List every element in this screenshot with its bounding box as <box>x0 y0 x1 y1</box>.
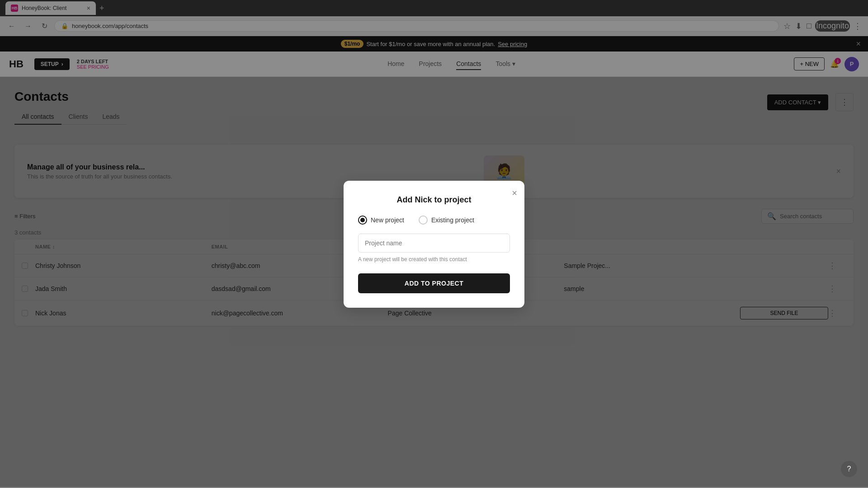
modal-overlay[interactable]: Add Nick to project × New project Existi… <box>0 0 868 487</box>
radio-new-label: New project <box>371 216 404 224</box>
radio-existing-project[interactable]: Existing project <box>419 216 474 225</box>
modal-title: Add Nick to project <box>358 195 510 205</box>
add-to-project-modal: Add Nick to project × New project Existi… <box>344 181 524 308</box>
radio-new-dot <box>360 218 365 222</box>
modal-radio-group: New project Existing project <box>358 216 510 225</box>
radio-new-circle <box>358 216 367 225</box>
help-button[interactable]: ? <box>841 461 857 477</box>
project-name-input[interactable] <box>358 234 510 253</box>
add-to-project-button[interactable]: ADD TO PROJECT <box>358 273 510 293</box>
radio-existing-label: Existing project <box>431 216 474 224</box>
radio-existing-circle <box>419 216 428 225</box>
modal-hint: A new project will be created with this … <box>358 256 510 263</box>
modal-close-button[interactable]: × <box>512 188 517 198</box>
radio-new-project[interactable]: New project <box>358 216 404 225</box>
help-icon: ? <box>847 465 851 473</box>
